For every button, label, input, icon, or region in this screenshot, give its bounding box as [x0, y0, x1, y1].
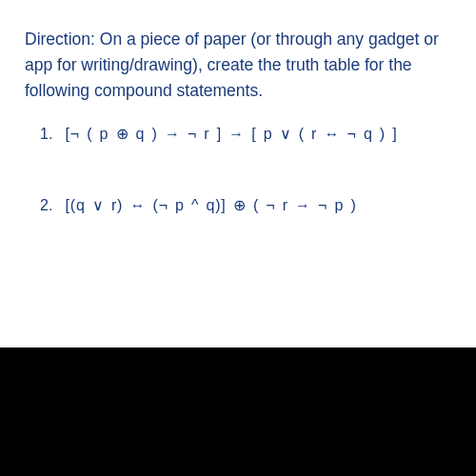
problem-number: 1. — [40, 126, 52, 142]
document-page: Direction: On a piece of paper (or throu… — [0, 0, 476, 347]
problem-number: 2. — [40, 197, 52, 213]
problem-2: 2. [(q ∨ r) ↔ (¬ p ^ q)] ⊕ ( ¬ r → ¬ p ) — [25, 196, 455, 214]
direction-text: Direction: On a piece of paper (or throu… — [25, 27, 455, 104]
problem-expression: [¬ ( p ⊕ q ) → ¬ r ] → [ p ∨ ( r ↔ ¬ q )… — [66, 126, 398, 142]
problem-expression: [(q ∨ r) ↔ (¬ p ^ q)] ⊕ ( ¬ r → ¬ p ) — [66, 197, 357, 213]
problem-1: 1. [¬ ( p ⊕ q ) → ¬ r ] → [ p ∨ ( r ↔ ¬ … — [25, 125, 455, 143]
